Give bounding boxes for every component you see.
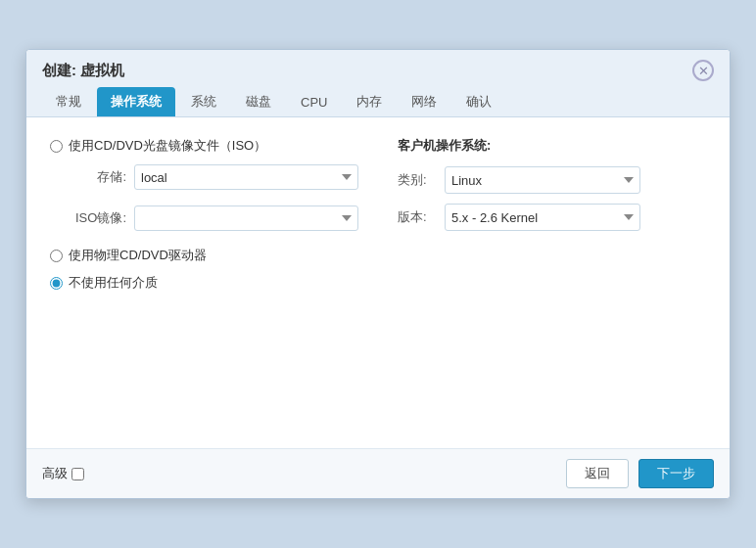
- tab-memory[interactable]: 内存: [343, 87, 396, 116]
- dialog-body: 使用CD/DVD光盘镜像文件（ISO） 存储: local ISO镜像:: [26, 117, 730, 448]
- version-select[interactable]: 5.x - 2.6 Kernel 4.x - 2.6 Kernel 6.x - …: [445, 204, 640, 231]
- option-physical[interactable]: 使用物理CD/DVD驱动器: [50, 247, 358, 264]
- tab-disk[interactable]: 磁盘: [232, 87, 285, 116]
- title-row: 创建: 虚拟机 ✕: [42, 60, 714, 81]
- storage-select[interactable]: local: [134, 164, 358, 190]
- dialog-title: 创建: 虚拟机: [42, 62, 124, 80]
- radio-none[interactable]: [50, 277, 63, 290]
- left-panel: 使用CD/DVD光盘镜像文件（ISO） 存储: local ISO镜像:: [50, 137, 358, 292]
- tab-general[interactable]: 常规: [42, 87, 95, 116]
- type-row: 类别: Linux Windows Other: [398, 166, 706, 194]
- storage-label: 存储:: [71, 168, 126, 186]
- radio-iso[interactable]: [50, 140, 63, 153]
- option-physical-label: 使用物理CD/DVD驱动器: [69, 247, 207, 264]
- dialog-header: 创建: 虚拟机 ✕ 常规 操作系统 系统 磁盘 CPU 内存 网络 确认: [26, 50, 730, 117]
- type-select[interactable]: Linux Windows Other: [445, 166, 640, 194]
- tab-cpu[interactable]: CPU: [287, 87, 341, 116]
- option-none-label: 不使用任何介质: [69, 274, 158, 292]
- advanced-label: 高级: [42, 465, 68, 482]
- tab-system[interactable]: 系统: [177, 87, 230, 116]
- storage-row: 存储: local: [71, 164, 358, 190]
- option-iso[interactable]: 使用CD/DVD光盘镜像文件（ISO）: [50, 137, 358, 155]
- version-label: 版本:: [398, 208, 437, 226]
- guest-os-title: 客户机操作系统:: [398, 137, 706, 155]
- footer-advanced: 高级: [42, 465, 84, 482]
- version-row: 版本: 5.x - 2.6 Kernel 4.x - 2.6 Kernel 6.…: [398, 204, 706, 231]
- tab-confirm[interactable]: 确认: [452, 87, 505, 116]
- iso-select[interactable]: [134, 206, 358, 231]
- advanced-checkbox[interactable]: [71, 468, 84, 480]
- next-button[interactable]: 下一步: [638, 459, 714, 488]
- tab-network[interactable]: 网络: [398, 87, 450, 116]
- radio-physical[interactable]: [50, 250, 63, 262]
- iso-row: ISO镜像:: [71, 206, 358, 231]
- type-label: 类别:: [398, 171, 437, 189]
- iso-label: ISO镜像:: [71, 209, 126, 227]
- close-button[interactable]: ✕: [692, 60, 714, 81]
- option-iso-label: 使用CD/DVD光盘镜像文件（ISO）: [69, 137, 266, 155]
- tab-os[interactable]: 操作系统: [97, 87, 175, 116]
- tab-bar: 常规 操作系统 系统 磁盘 CPU 内存 网络 确认: [42, 87, 714, 116]
- create-vm-dialog: 创建: 虚拟机 ✕ 常规 操作系统 系统 磁盘 CPU 内存 网络 确认 使用C…: [25, 49, 731, 499]
- back-button[interactable]: 返回: [566, 459, 629, 488]
- body-content: 使用CD/DVD光盘镜像文件（ISO） 存储: local ISO镜像:: [50, 137, 706, 292]
- right-panel: 客户机操作系统: 类别: Linux Windows Other 版本: 5.x…: [398, 137, 706, 292]
- dialog-footer: 高级 返回 下一步: [26, 448, 730, 498]
- option-none[interactable]: 不使用任何介质: [50, 274, 358, 292]
